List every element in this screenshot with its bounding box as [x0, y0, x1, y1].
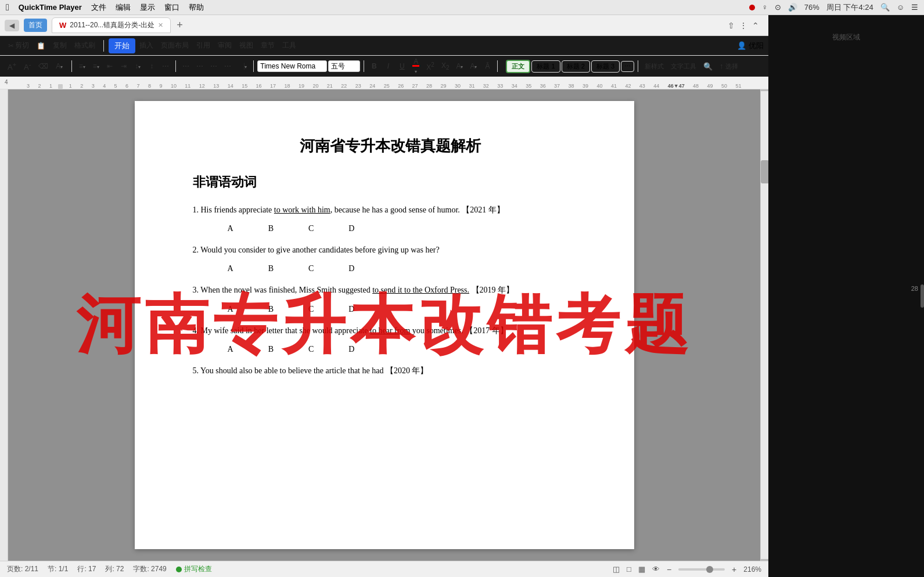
share-icon[interactable]: ⇧	[728, 21, 735, 30]
ruler-num-4: 4	[103, 83, 106, 89]
tab-document[interactable]: W 2011--20...错真题分类-出处 ✕	[52, 17, 171, 33]
bold-button[interactable]: B	[368, 61, 380, 71]
subscript-btn[interactable]: X2	[438, 60, 452, 72]
view-mode-3[interactable]: ▦	[638, 565, 645, 574]
tab-tools[interactable]: 工具	[279, 39, 300, 52]
text-color-btn[interactable]: A▾	[467, 61, 480, 71]
macos-menubar:  QuickTime Player 文件 编辑 显示 窗口 帮助 ♀ ⊙ 🔊 …	[0, 0, 924, 15]
col-count: 列: 72	[105, 564, 124, 574]
clear-format-btn[interactable]: ⌫	[35, 61, 51, 71]
text-tool-btn[interactable]: 文字工具	[668, 61, 699, 72]
sort-btn[interactable]: ↕	[145, 61, 158, 71]
right-scrollbar[interactable]	[760, 89, 768, 561]
strikethrough-btn[interactable]: Ā	[481, 61, 494, 71]
tab-close-button[interactable]: ✕	[158, 21, 163, 29]
q1-opt-a: A	[228, 224, 233, 233]
window-menu[interactable]: 窗口	[164, 2, 179, 13]
italic-button[interactable]: I	[382, 61, 394, 71]
normal-style[interactable]: 正文	[506, 60, 530, 73]
clipboard-group: ✂ 剪切 📋 复制 格式刷	[5, 39, 99, 52]
tab-back-button[interactable]: ◀	[5, 20, 19, 31]
more-styles-btn[interactable]: ⋯	[621, 61, 634, 72]
statusbar: 页数: 2/11 节: 1/1 行: 17 列: 72 字数: 2749 拼写检…	[0, 561, 768, 577]
ruler-num-12: 12	[199, 83, 205, 89]
separator-3	[175, 60, 176, 72]
tab-chapter[interactable]: 章节	[257, 39, 278, 52]
doc-scroll-area[interactable]: 河南专升本改错考题 河南省专升本改错真题解析 非谓语动词 1. His frie…	[8, 89, 760, 561]
view-mode-1[interactable]: ◫	[613, 565, 620, 574]
font-name-input[interactable]	[257, 60, 327, 72]
align-right-btn[interactable]: ⋯	[207, 61, 220, 71]
word-count: 字数: 2749	[133, 564, 166, 574]
align-center-btn[interactable]: ⋯	[193, 61, 206, 71]
view-menu[interactable]: 显示	[140, 2, 155, 13]
ruler-num-46: 48	[693, 83, 699, 89]
tab-insert[interactable]: 插入	[136, 39, 157, 52]
tab-review[interactable]: 审阅	[214, 39, 235, 52]
cut-button[interactable]: ✂ 剪切	[5, 39, 33, 52]
font-size-input[interactable]	[328, 60, 360, 72]
decrease-font-btn[interactable]: A-	[21, 60, 34, 73]
separator-1	[103, 40, 104, 52]
ruler-num-9: 9	[159, 83, 162, 89]
heading1-style[interactable]: 标题 1	[531, 60, 560, 73]
ruler-num-21: 21	[327, 83, 333, 89]
superscript-btn[interactable]: X2	[423, 60, 437, 73]
view-mode-4[interactable]: 👁	[652, 565, 660, 574]
search-icon[interactable]: 🔍	[880, 3, 890, 12]
ruler-num-neg1: 1	[49, 83, 52, 89]
tab-start[interactable]: 开始	[109, 38, 135, 53]
heading3-style[interactable]: 标题 3	[591, 60, 620, 73]
align-justify-btn[interactable]: ⋯	[221, 61, 234, 71]
list-group: ≡▾ ≡▾ ⇤ ⇥ ↕▾ ↕ ⋯	[75, 61, 172, 71]
q4-opt-c: C	[308, 345, 314, 354]
help-menu[interactable]: 帮助	[189, 2, 204, 13]
file-menu[interactable]: 文件	[91, 2, 106, 13]
user-avatar[interactable]: 👤 优阳	[737, 41, 764, 51]
decrease-indent-btn[interactable]: ⇤	[103, 61, 116, 71]
wifi-icon: ⊙	[775, 3, 781, 12]
zoom-out-btn[interactable]: −	[667, 565, 671, 574]
cut-label: 剪切	[15, 41, 29, 51]
ruler-num-45: 46▼47	[668, 83, 685, 89]
align-left-btn[interactable]: ⋯	[179, 61, 192, 71]
collapse-icon[interactable]: ⌃	[752, 21, 759, 30]
sidebar-scroll[interactable]	[921, 284, 924, 308]
more-options-icon[interactable]: ⋮	[739, 21, 747, 30]
increase-font-btn[interactable]: A+	[5, 60, 19, 73]
text-effect-btn[interactable]: A▾	[53, 61, 66, 71]
view-mode-2[interactable]: □	[627, 565, 631, 574]
new-style-btn[interactable]: 新样式	[642, 61, 667, 72]
zoom-slider[interactable]	[678, 568, 725, 571]
underline-button[interactable]: U	[396, 61, 408, 71]
quicktime-menu[interactable]: QuickTime Player	[19, 3, 82, 12]
left-scrollbar[interactable]	[0, 89, 8, 561]
new-tab-button[interactable]: +	[173, 19, 186, 31]
copy-button[interactable]: 复制	[49, 39, 70, 52]
line-spacing-btn[interactable]: ↕▾	[131, 61, 144, 71]
heading1-label: 标题 1	[537, 63, 555, 70]
format-paint-button[interactable]: 格式刷	[71, 39, 99, 52]
zoom-in-btn[interactable]: +	[732, 565, 736, 574]
more-para-btn[interactable]: ⋯	[159, 61, 172, 71]
tab-view[interactable]: 视图	[236, 39, 257, 52]
tab-page-layout[interactable]: 页面布局	[157, 39, 192, 52]
col-layout-btn[interactable]: ⎹▾	[235, 61, 250, 71]
highlight-btn[interactable]: A▾	[453, 61, 466, 71]
tab-references[interactable]: 引用	[193, 39, 214, 52]
profile-icon[interactable]: ☺	[897, 3, 904, 12]
control-center-icon[interactable]: ☰	[911, 3, 918, 12]
ruler-num-5: 5	[114, 83, 117, 89]
heading2-style[interactable]: 标题 2	[562, 60, 590, 73]
edit-menu[interactable]: 编辑	[116, 2, 131, 13]
font-color-btn[interactable]: A▾	[409, 56, 422, 76]
number-list-btn[interactable]: ≡▾	[89, 61, 102, 71]
apple-menu[interactable]: 	[6, 2, 9, 13]
paste-button[interactable]: 📋	[33, 40, 49, 52]
select-btn[interactable]: ↑ 选择	[717, 60, 741, 72]
increase-indent-btn[interactable]: ⇥	[117, 61, 130, 71]
find-replace-btn[interactable]: 🔍	[700, 61, 716, 72]
tab-home-button[interactable]: 首页	[24, 19, 47, 32]
bullet-list-btn[interactable]: ≡▾	[75, 61, 88, 71]
q1-number: 1.	[193, 205, 199, 214]
